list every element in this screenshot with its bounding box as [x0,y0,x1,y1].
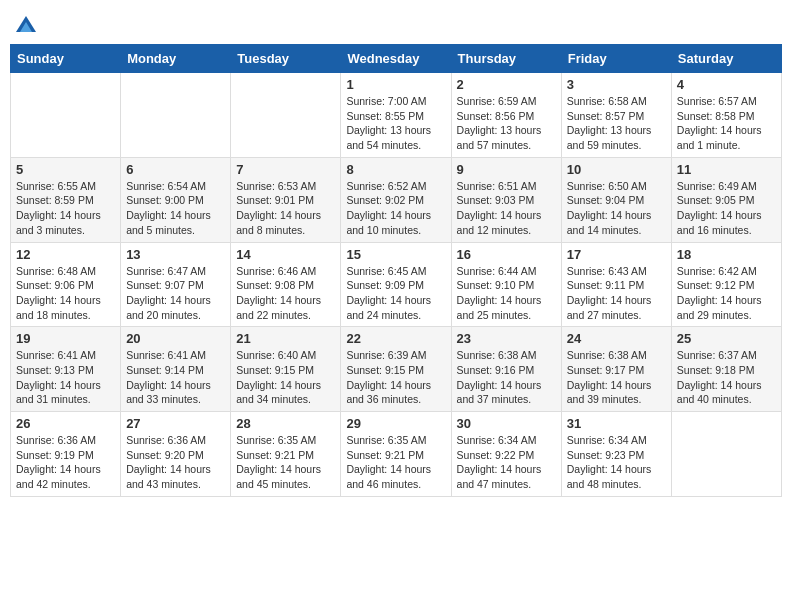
calendar-cell: 21Sunrise: 6:40 AM Sunset: 9:15 PM Dayli… [231,327,341,412]
day-number: 3 [567,77,666,92]
calendar-cell: 11Sunrise: 6:49 AM Sunset: 9:05 PM Dayli… [671,157,781,242]
weekday-header-monday: Monday [121,45,231,73]
calendar-cell: 16Sunrise: 6:44 AM Sunset: 9:10 PM Dayli… [451,242,561,327]
day-info: Sunrise: 6:36 AM Sunset: 9:19 PM Dayligh… [16,433,115,492]
calendar-cell: 15Sunrise: 6:45 AM Sunset: 9:09 PM Dayli… [341,242,451,327]
calendar-cell: 24Sunrise: 6:38 AM Sunset: 9:17 PM Dayli… [561,327,671,412]
day-info: Sunrise: 6:59 AM Sunset: 8:56 PM Dayligh… [457,94,556,153]
day-number: 4 [677,77,776,92]
day-number: 19 [16,331,115,346]
day-info: Sunrise: 6:47 AM Sunset: 9:07 PM Dayligh… [126,264,225,323]
calendar-cell: 9Sunrise: 6:51 AM Sunset: 9:03 PM Daylig… [451,157,561,242]
day-number: 17 [567,247,666,262]
weekday-header-thursday: Thursday [451,45,561,73]
day-info: Sunrise: 6:36 AM Sunset: 9:20 PM Dayligh… [126,433,225,492]
day-number: 2 [457,77,556,92]
calendar-cell: 30Sunrise: 6:34 AM Sunset: 9:22 PM Dayli… [451,412,561,497]
day-number: 26 [16,416,115,431]
calendar-cell: 3Sunrise: 6:58 AM Sunset: 8:57 PM Daylig… [561,73,671,158]
calendar-cell: 29Sunrise: 6:35 AM Sunset: 9:21 PM Dayli… [341,412,451,497]
day-info: Sunrise: 6:34 AM Sunset: 9:22 PM Dayligh… [457,433,556,492]
calendar-table: SundayMondayTuesdayWednesdayThursdayFrid… [10,44,782,497]
day-number: 27 [126,416,225,431]
day-number: 30 [457,416,556,431]
day-info: Sunrise: 6:55 AM Sunset: 8:59 PM Dayligh… [16,179,115,238]
calendar-cell: 1Sunrise: 7:00 AM Sunset: 8:55 PM Daylig… [341,73,451,158]
day-number: 13 [126,247,225,262]
calendar-cell: 17Sunrise: 6:43 AM Sunset: 9:11 PM Dayli… [561,242,671,327]
calendar-cell: 23Sunrise: 6:38 AM Sunset: 9:16 PM Dayli… [451,327,561,412]
calendar-cell: 31Sunrise: 6:34 AM Sunset: 9:23 PM Dayli… [561,412,671,497]
day-number: 25 [677,331,776,346]
day-number: 10 [567,162,666,177]
calendar-cell: 8Sunrise: 6:52 AM Sunset: 9:02 PM Daylig… [341,157,451,242]
day-number: 28 [236,416,335,431]
logo [10,10,40,38]
calendar-cell [121,73,231,158]
day-info: Sunrise: 6:40 AM Sunset: 9:15 PM Dayligh… [236,348,335,407]
day-info: Sunrise: 6:53 AM Sunset: 9:01 PM Dayligh… [236,179,335,238]
calendar-cell: 26Sunrise: 6:36 AM Sunset: 9:19 PM Dayli… [11,412,121,497]
day-number: 12 [16,247,115,262]
day-number: 22 [346,331,445,346]
day-info: Sunrise: 6:51 AM Sunset: 9:03 PM Dayligh… [457,179,556,238]
day-number: 8 [346,162,445,177]
weekday-header-row: SundayMondayTuesdayWednesdayThursdayFrid… [11,45,782,73]
calendar-week-4: 19Sunrise: 6:41 AM Sunset: 9:13 PM Dayli… [11,327,782,412]
calendar-cell: 5Sunrise: 6:55 AM Sunset: 8:59 PM Daylig… [11,157,121,242]
calendar-cell: 12Sunrise: 6:48 AM Sunset: 9:06 PM Dayli… [11,242,121,327]
calendar-cell: 14Sunrise: 6:46 AM Sunset: 9:08 PM Dayli… [231,242,341,327]
calendar-cell: 4Sunrise: 6:57 AM Sunset: 8:58 PM Daylig… [671,73,781,158]
calendar-week-5: 26Sunrise: 6:36 AM Sunset: 9:19 PM Dayli… [11,412,782,497]
calendar-cell: 27Sunrise: 6:36 AM Sunset: 9:20 PM Dayli… [121,412,231,497]
day-info: Sunrise: 6:44 AM Sunset: 9:10 PM Dayligh… [457,264,556,323]
day-number: 29 [346,416,445,431]
calendar-cell [231,73,341,158]
day-info: Sunrise: 6:34 AM Sunset: 9:23 PM Dayligh… [567,433,666,492]
calendar-cell: 19Sunrise: 6:41 AM Sunset: 9:13 PM Dayli… [11,327,121,412]
day-number: 24 [567,331,666,346]
day-number: 23 [457,331,556,346]
calendar-cell: 18Sunrise: 6:42 AM Sunset: 9:12 PM Dayli… [671,242,781,327]
day-info: Sunrise: 6:37 AM Sunset: 9:18 PM Dayligh… [677,348,776,407]
calendar-cell: 6Sunrise: 6:54 AM Sunset: 9:00 PM Daylig… [121,157,231,242]
day-number: 5 [16,162,115,177]
day-info: Sunrise: 6:42 AM Sunset: 9:12 PM Dayligh… [677,264,776,323]
logo-icon [12,10,40,38]
day-info: Sunrise: 6:50 AM Sunset: 9:04 PM Dayligh… [567,179,666,238]
calendar-cell [11,73,121,158]
day-info: Sunrise: 6:49 AM Sunset: 9:05 PM Dayligh… [677,179,776,238]
day-info: Sunrise: 6:41 AM Sunset: 9:14 PM Dayligh… [126,348,225,407]
calendar-cell: 20Sunrise: 6:41 AM Sunset: 9:14 PM Dayli… [121,327,231,412]
day-number: 18 [677,247,776,262]
day-number: 6 [126,162,225,177]
calendar-cell: 7Sunrise: 6:53 AM Sunset: 9:01 PM Daylig… [231,157,341,242]
day-info: Sunrise: 7:00 AM Sunset: 8:55 PM Dayligh… [346,94,445,153]
day-info: Sunrise: 6:45 AM Sunset: 9:09 PM Dayligh… [346,264,445,323]
calendar-week-3: 12Sunrise: 6:48 AM Sunset: 9:06 PM Dayli… [11,242,782,327]
day-number: 7 [236,162,335,177]
day-number: 21 [236,331,335,346]
day-info: Sunrise: 6:39 AM Sunset: 9:15 PM Dayligh… [346,348,445,407]
weekday-header-tuesday: Tuesday [231,45,341,73]
day-info: Sunrise: 6:38 AM Sunset: 9:16 PM Dayligh… [457,348,556,407]
calendar-cell: 10Sunrise: 6:50 AM Sunset: 9:04 PM Dayli… [561,157,671,242]
day-info: Sunrise: 6:35 AM Sunset: 9:21 PM Dayligh… [236,433,335,492]
day-info: Sunrise: 6:38 AM Sunset: 9:17 PM Dayligh… [567,348,666,407]
calendar-cell: 25Sunrise: 6:37 AM Sunset: 9:18 PM Dayli… [671,327,781,412]
day-number: 11 [677,162,776,177]
day-number: 16 [457,247,556,262]
weekday-header-friday: Friday [561,45,671,73]
day-number: 9 [457,162,556,177]
weekday-header-wednesday: Wednesday [341,45,451,73]
calendar-cell: 28Sunrise: 6:35 AM Sunset: 9:21 PM Dayli… [231,412,341,497]
day-info: Sunrise: 6:52 AM Sunset: 9:02 PM Dayligh… [346,179,445,238]
day-info: Sunrise: 6:46 AM Sunset: 9:08 PM Dayligh… [236,264,335,323]
weekday-header-sunday: Sunday [11,45,121,73]
calendar-week-2: 5Sunrise: 6:55 AM Sunset: 8:59 PM Daylig… [11,157,782,242]
day-number: 15 [346,247,445,262]
day-info: Sunrise: 6:43 AM Sunset: 9:11 PM Dayligh… [567,264,666,323]
calendar-week-1: 1Sunrise: 7:00 AM Sunset: 8:55 PM Daylig… [11,73,782,158]
day-info: Sunrise: 6:41 AM Sunset: 9:13 PM Dayligh… [16,348,115,407]
calendar-cell: 22Sunrise: 6:39 AM Sunset: 9:15 PM Dayli… [341,327,451,412]
